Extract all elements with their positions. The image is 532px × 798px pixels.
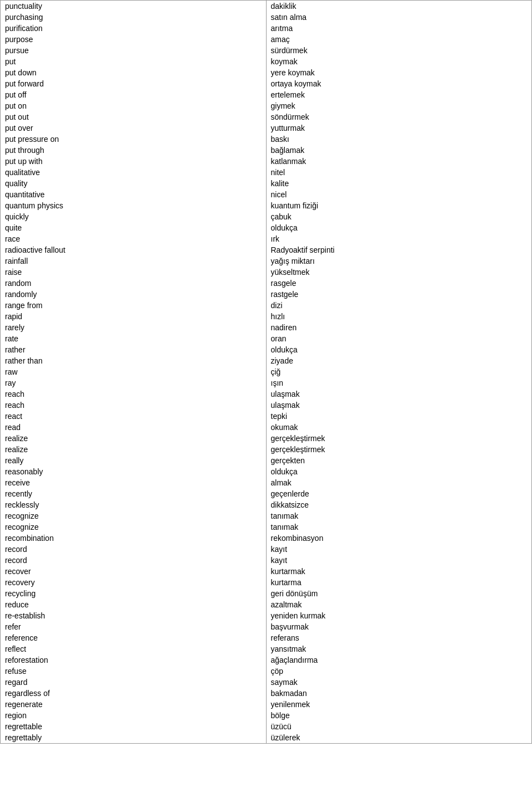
turkish-word: koymak: [266, 56, 531, 67]
table-row: refuseçöp: [1, 666, 531, 677]
table-row: recognizetanımak: [1, 521, 531, 533]
table-row: recoverkurtarmak: [1, 566, 531, 577]
turkish-word: oldukça: [266, 222, 531, 233]
english-word: regrettable: [1, 721, 266, 732]
turkish-word: tanımak: [266, 521, 531, 533]
turkish-word: yeniden kurmak: [266, 610, 531, 621]
english-word: reflect: [1, 643, 266, 654]
turkish-word: kurtarma: [266, 577, 531, 588]
table-row: regrettablyüzülerek: [1, 732, 531, 743]
table-row: realizegerçekleştirmek: [1, 433, 531, 444]
english-word: regard: [1, 677, 266, 688]
table-row: put up withkatlanmak: [1, 156, 531, 167]
english-word: rather than: [1, 355, 266, 366]
table-row: reachulaşmak: [1, 400, 531, 411]
turkish-word: ağaçlandırma: [266, 654, 531, 666]
table-row: regardless ofbakmadan: [1, 688, 531, 699]
turkish-word: çabuk: [266, 211, 531, 222]
turkish-word: ortaya koymak: [266, 78, 531, 89]
turkish-word: dizi: [266, 300, 531, 311]
turkish-word: rekombinasyon: [266, 533, 531, 544]
table-row: rayışın: [1, 377, 531, 388]
table-row: reacttepki: [1, 411, 531, 422]
english-word: reach: [1, 388, 266, 400]
turkish-word: Radyoaktif serpinti: [266, 244, 531, 255]
english-word: receive: [1, 477, 266, 488]
turkish-word: çöp: [266, 666, 531, 677]
turkish-word: oldukça: [266, 466, 531, 477]
turkish-word: arıtma: [266, 23, 531, 34]
english-word: recently: [1, 488, 266, 499]
turkish-word: geçenlerde: [266, 488, 531, 499]
turkish-word: rastgele: [266, 289, 531, 300]
turkish-word: okumak: [266, 422, 531, 433]
english-word: rapid: [1, 311, 266, 322]
table-row: recombinationrekombinasyon: [1, 533, 531, 544]
english-word: regrettably: [1, 732, 266, 743]
turkish-word: nicel: [266, 189, 531, 200]
turkish-word: kurtarmak: [266, 566, 531, 577]
table-row: purposeamaç: [1, 34, 531, 45]
english-word: race: [1, 233, 266, 244]
table-row: put throughbağlamak: [1, 145, 531, 156]
turkish-word: yükseltmek: [266, 267, 531, 278]
table-row: punctualitydakiklik: [1, 1, 531, 12]
table-row: realizegerçekleştirmek: [1, 444, 531, 455]
english-word: re-establish: [1, 610, 266, 621]
turkish-word: üzülerek: [266, 732, 531, 743]
english-word: reasonably: [1, 466, 266, 477]
table-row: regenerateyenilenmek: [1, 699, 531, 710]
english-word: reference: [1, 632, 266, 643]
english-word: reach: [1, 400, 266, 411]
turkish-word: satın alma: [266, 12, 531, 23]
table-row: recklesslydikkatsizce: [1, 499, 531, 510]
turkish-word: bölge: [266, 710, 531, 721]
english-word: recombination: [1, 533, 266, 544]
english-word: put: [1, 56, 266, 67]
english-word: put through: [1, 145, 266, 156]
turkish-word: tepki: [266, 411, 531, 422]
table-row: regrettableüzücü: [1, 721, 531, 732]
table-row: reduceazaltmak: [1, 599, 531, 610]
turkish-word: kuantum fiziği: [266, 200, 531, 211]
turkish-word: ziyade: [266, 355, 531, 366]
turkish-word: ırk: [266, 233, 531, 244]
table-row: rapidhızlı: [1, 311, 531, 322]
english-word: range from: [1, 300, 266, 311]
english-word: purpose: [1, 34, 266, 45]
english-word: reduce: [1, 599, 266, 610]
english-word: quantitative: [1, 189, 266, 200]
english-word: realize: [1, 444, 266, 455]
table-row: randomlyrastgele: [1, 289, 531, 300]
turkish-word: saymak: [266, 677, 531, 688]
table-row: put pressure onbaskı: [1, 134, 531, 145]
turkish-word: dakiklik: [266, 1, 531, 12]
turkish-word: bakmadan: [266, 688, 531, 699]
english-word: rarely: [1, 322, 266, 333]
english-word: realize: [1, 433, 266, 444]
turkish-word: rasgele: [266, 278, 531, 289]
english-word: region: [1, 710, 266, 721]
table-row: put downyere koymak: [1, 67, 531, 78]
turkish-word: kayıt: [266, 544, 531, 555]
turkish-word: söndürmek: [266, 111, 531, 122]
turkish-word: ışın: [266, 377, 531, 388]
table-row: reallygerçekten: [1, 455, 531, 466]
english-word: punctuality: [1, 1, 266, 12]
english-word: record: [1, 544, 266, 555]
table-row: recordkayıt: [1, 544, 531, 555]
turkish-word: kalite: [266, 178, 531, 189]
english-word: put out: [1, 111, 266, 122]
english-word: put pressure on: [1, 134, 266, 145]
turkish-word: sürdürmek: [266, 45, 531, 56]
turkish-word: katlanmak: [266, 156, 531, 167]
english-word: recycling: [1, 588, 266, 599]
table-row: rawçiğ: [1, 366, 531, 377]
table-row: reforestationağaçlandırma: [1, 654, 531, 666]
table-row: pursuesürdürmek: [1, 45, 531, 56]
turkish-word: yenilenmek: [266, 699, 531, 710]
english-word: record: [1, 555, 266, 566]
table-row: put forwardortaya koymak: [1, 78, 531, 89]
table-row: regardsaymak: [1, 677, 531, 688]
turkish-word: bağlamak: [266, 145, 531, 156]
